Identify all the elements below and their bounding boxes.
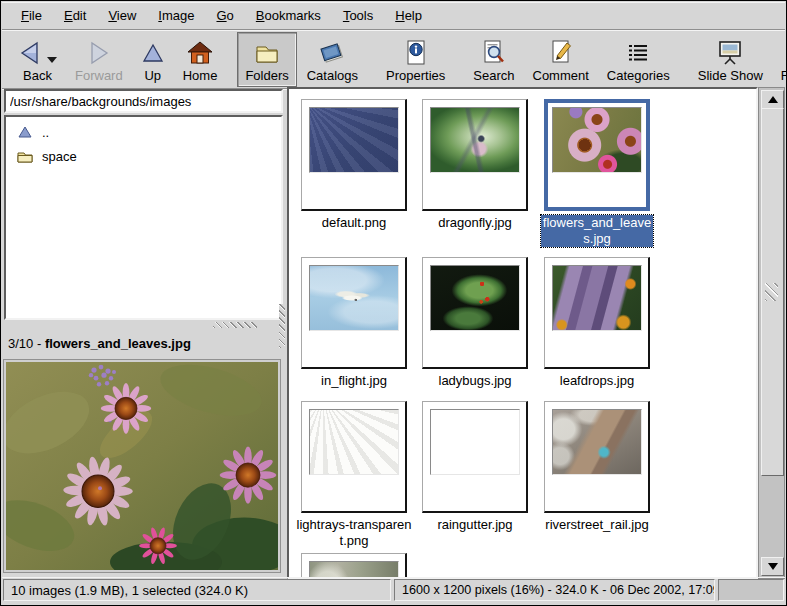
properties-info-icon bbox=[404, 38, 428, 68]
thumbnail-frame bbox=[422, 401, 528, 513]
folder-icon bbox=[16, 150, 34, 163]
location-path-input[interactable] bbox=[4, 89, 283, 113]
thumbnail-label: default.png bbox=[294, 215, 414, 231]
statusbar-resize-area[interactable] bbox=[718, 579, 784, 601]
thumbnail-lightrays-transparent-png[interactable]: lightrays-transparent.png bbox=[301, 401, 407, 513]
thumbnail-image bbox=[430, 107, 520, 173]
folders-button[interactable]: Folders bbox=[237, 32, 296, 87]
statusbar-file-count: 10 images (1.9 MB), 1 selected (324.0 K) bbox=[3, 579, 391, 601]
back-button[interactable]: Back bbox=[10, 32, 65, 87]
thumbnail-image bbox=[309, 265, 399, 331]
properties-button[interactable]: Properties bbox=[378, 32, 453, 87]
up-level-icon bbox=[16, 126, 34, 138]
thumbnail-frame bbox=[301, 401, 407, 513]
current-filename: flowers_and_leaves.jpg bbox=[45, 336, 191, 351]
menu-file[interactable]: File bbox=[10, 5, 53, 26]
menubar: File Edit View Image Go Bookmarks Tools … bbox=[2, 2, 785, 30]
comment-button[interactable]: Comment bbox=[525, 32, 597, 87]
toolbar: Back Forward Up Home Folders bbox=[2, 30, 785, 89]
horizontal-splitter-handle[interactable] bbox=[213, 322, 257, 328]
preview-image bbox=[6, 362, 278, 570]
thumbnail-image bbox=[309, 107, 399, 173]
thumbnail-image bbox=[552, 107, 642, 173]
thumbnail-label: ladybugs.jpg bbox=[415, 373, 535, 389]
grid-vertical-scrollbar bbox=[758, 87, 785, 579]
back-history-dropdown-icon[interactable] bbox=[47, 57, 57, 63]
full-screen-button[interactable]: Full Screen bbox=[773, 32, 787, 87]
thumbnail-image bbox=[430, 409, 520, 475]
thumbnail-label: raingutter.jpg bbox=[415, 517, 535, 533]
menu-tools[interactable]: Tools bbox=[332, 5, 384, 26]
thumbnail-dragonfly-jpg[interactable]: dragonfly.jpg bbox=[422, 99, 528, 211]
folder-item-space[interactable]: space bbox=[8, 144, 279, 168]
thumbnail-partial-next-row[interactable] bbox=[301, 553, 407, 579]
scrollbar-up-button[interactable] bbox=[761, 90, 784, 109]
thumbnail-label: leafdrops.jpg bbox=[537, 373, 657, 389]
folder-item-up[interactable]: .. bbox=[8, 120, 279, 144]
folder-icon bbox=[254, 38, 280, 68]
thumbnail-grid: default.png dragonfly.jpg flowers_and_le… bbox=[287, 87, 758, 579]
menu-image[interactable]: Image bbox=[147, 5, 205, 26]
menu-help[interactable]: Help bbox=[384, 5, 433, 26]
categories-button[interactable]: Categories bbox=[599, 32, 678, 87]
thumbnail-in-flight-jpg[interactable]: in_flight.jpg bbox=[301, 257, 407, 369]
forward-button[interactable]: Forward bbox=[67, 32, 131, 87]
statusbar-image-info: 1600 x 1200 pixels (16%) - 324.0 K - 06 … bbox=[394, 579, 715, 601]
thumbnail-frame bbox=[422, 257, 528, 369]
slide-show-button[interactable]: Slide Show bbox=[690, 32, 771, 87]
scrollbar-thumb[interactable] bbox=[761, 108, 784, 476]
categories-list-icon bbox=[625, 38, 651, 68]
comment-pencil-icon bbox=[548, 38, 574, 68]
thumbnail-label: riverstreet_rail.jpg bbox=[537, 517, 657, 533]
thumbnail-riverstreet-rail-jpg[interactable]: riverstreet_rail.jpg bbox=[544, 401, 650, 513]
thumbnail-frame bbox=[301, 553, 407, 579]
thumbnail-frame bbox=[544, 401, 650, 513]
thumbnail-image bbox=[309, 409, 399, 475]
thumbnail-leafdrops-jpg[interactable]: leafdrops.jpg bbox=[544, 257, 650, 369]
menu-edit[interactable]: Edit bbox=[53, 5, 97, 26]
thumbnail-label: dragonfly.jpg bbox=[415, 215, 535, 231]
thumbnail-frame bbox=[544, 257, 650, 369]
thumbnail-frame bbox=[544, 99, 650, 211]
statusbar: 10 images (1.9 MB), 1 selected (324.0 K)… bbox=[2, 577, 785, 604]
thumbnail-image bbox=[552, 409, 642, 475]
up-button[interactable]: Up bbox=[133, 32, 173, 87]
thumbnail-image bbox=[430, 265, 520, 331]
thumbnail-raingutter-jpg[interactable]: raingutter.jpg bbox=[422, 401, 528, 513]
search-button[interactable]: Search bbox=[465, 32, 522, 87]
thumbnail-label: lightrays-transparent.png bbox=[294, 517, 414, 549]
thumbnail-ladybugs-jpg[interactable]: ladybugs.jpg bbox=[422, 257, 528, 369]
scroll-up-arrow-icon bbox=[768, 96, 778, 103]
home-button[interactable]: Home bbox=[175, 32, 226, 87]
thumbnail-frame bbox=[301, 99, 407, 211]
scroll-down-arrow-icon bbox=[768, 563, 778, 570]
up-arrow-icon bbox=[141, 38, 165, 68]
home-icon bbox=[187, 38, 213, 68]
folder-list: .. space bbox=[4, 115, 283, 320]
forward-arrow-icon bbox=[87, 38, 111, 68]
thumbnail-frame bbox=[422, 99, 528, 211]
book-icon bbox=[318, 38, 346, 68]
vertical-splitter-handle[interactable] bbox=[279, 304, 285, 348]
menu-view[interactable]: View bbox=[97, 5, 147, 26]
menu-bookmarks[interactable]: Bookmarks bbox=[245, 5, 332, 26]
menu-go[interactable]: Go bbox=[205, 5, 244, 26]
gthumb-browser-window: File Edit View Image Go Bookmarks Tools … bbox=[0, 0, 787, 606]
catalogs-button[interactable]: Catalogs bbox=[299, 32, 366, 87]
back-arrow-icon bbox=[18, 38, 57, 68]
search-icon bbox=[481, 38, 507, 68]
scrollbar-down-button[interactable] bbox=[761, 557, 784, 576]
image-position-status: 3/10 - flowers_and_leaves.jpg bbox=[8, 331, 278, 355]
thumbnail-image bbox=[552, 265, 642, 331]
thumbnail-default-png[interactable]: default.png bbox=[301, 99, 407, 211]
thumbnail-frame bbox=[301, 257, 407, 369]
preview-pane bbox=[3, 359, 281, 573]
thumbnail-flowers-and-leaves-jpg-selected[interactable]: flowers_and_leaves.jpg bbox=[544, 99, 650, 211]
thumbnail-label: flowers_and_leaves.jpg bbox=[541, 215, 653, 247]
thumbnail-label: in_flight.jpg bbox=[294, 373, 414, 389]
slideshow-screen-icon bbox=[716, 38, 744, 68]
